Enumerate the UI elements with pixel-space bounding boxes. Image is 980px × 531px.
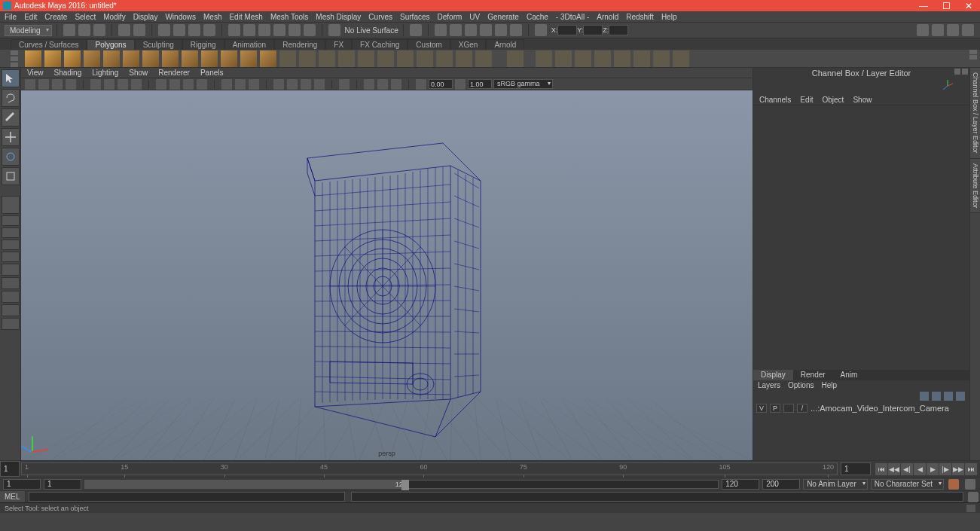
- vp-menu-panels[interactable]: Panels: [200, 69, 224, 77]
- undo-icon[interactable]: [118, 24, 130, 36]
- ipr-icon[interactable]: [450, 24, 462, 36]
- platonic-icon[interactable]: [240, 50, 257, 67]
- menu-3dtoall[interactable]: - 3DtoAll -: [556, 13, 589, 21]
- layer-color-swatch[interactable]: /: [797, 404, 808, 413]
- coord-x-input[interactable]: [557, 25, 577, 35]
- channelbox-popout-icon[interactable]: [954, 69, 960, 75]
- menu-mesh-display[interactable]: Mesh Display: [316, 13, 361, 21]
- next-key-button[interactable]: |▶: [939, 463, 951, 475]
- component-icon[interactable]: [203, 24, 215, 36]
- play-back-button[interactable]: ◀: [914, 463, 926, 475]
- vp-xray-joint-icon[interactable]: [249, 79, 259, 90]
- prev-key-button[interactable]: ◀|: [901, 463, 913, 475]
- status-toggle-icon[interactable]: [966, 505, 975, 512]
- bridge-icon[interactable]: [377, 50, 394, 67]
- shelf-scroll-up-icon[interactable]: [969, 50, 977, 54]
- shelf-scroll-down-icon[interactable]: [969, 55, 977, 60]
- workspace-icon-1[interactable]: [917, 24, 929, 36]
- timeline-current-frame[interactable]: 1: [841, 462, 871, 475]
- vp-isolate-icon[interactable]: [221, 79, 232, 90]
- layout-blank-button[interactable]: [2, 318, 20, 330]
- vp-bookmark-icon[interactable]: [52, 79, 63, 90]
- range-slider-track[interactable]: 120: [84, 480, 719, 489]
- layer-new-selected-icon[interactable]: [956, 392, 965, 401]
- shelf-toggle-icon[interactable]: [11, 50, 20, 68]
- layer-tab-display[interactable]: Display: [753, 370, 793, 380]
- vp-dof-icon[interactable]: [314, 79, 325, 90]
- paint-tool-button[interactable]: [2, 108, 20, 127]
- menu-help[interactable]: Help: [661, 13, 677, 21]
- vp-expose-icon[interactable]: [339, 79, 350, 90]
- script-lang-dropdown[interactable]: MEL: [0, 491, 26, 502]
- collapse-icon[interactable]: [475, 50, 492, 67]
- vp-menu-lighting[interactable]: Lighting: [92, 69, 118, 77]
- menu-arnold[interactable]: Arnold: [597, 13, 618, 21]
- shelf-tab-sculpting[interactable]: Sculpting: [135, 39, 182, 50]
- vp-exposure-icon[interactable]: [416, 79, 426, 90]
- planar-icon[interactable]: [633, 50, 650, 67]
- pipe-icon[interactable]: [182, 50, 198, 67]
- vp-reset-icon[interactable]: [364, 79, 374, 90]
- prefs-icon[interactable]: [965, 479, 975, 490]
- vp-safe-icon[interactable]: [131, 79, 142, 90]
- snap-curve-icon[interactable]: [243, 24, 255, 36]
- vp-film-icon[interactable]: [104, 79, 114, 90]
- vp-gamma-icon[interactable]: [455, 79, 466, 90]
- torus-icon[interactable]: [123, 50, 139, 67]
- script-editor-icon[interactable]: [968, 492, 978, 502]
- range-end-outer-input[interactable]: [762, 479, 800, 490]
- ch-menu-channels[interactable]: Channels: [759, 96, 791, 103]
- snap-view-icon[interactable]: [304, 24, 316, 36]
- coord-y-input[interactable]: [583, 25, 603, 35]
- soccer-icon[interactable]: [221, 50, 237, 67]
- vp-near-input[interactable]: [429, 79, 453, 89]
- vp-menu-shading[interactable]: Shading: [54, 69, 82, 77]
- layer-move-up-icon[interactable]: [920, 392, 929, 401]
- cube-icon[interactable]: [44, 50, 61, 67]
- pyramid-icon[interactable]: [162, 50, 179, 67]
- cylinder-icon[interactable]: [64, 50, 81, 67]
- forward-end-button[interactable]: ⏭: [965, 463, 977, 475]
- redo-icon[interactable]: [133, 24, 145, 36]
- move-tool-button[interactable]: [2, 128, 20, 146]
- maximize-button[interactable]: ☐: [935, 0, 957, 11]
- menu-mesh-tools[interactable]: Mesh Tools: [270, 13, 308, 21]
- shelf-tab-xgen[interactable]: XGen: [450, 39, 487, 50]
- menu-edit-mesh[interactable]: Edit Mesh: [229, 13, 262, 21]
- vp-select-cam-icon[interactable]: [25, 79, 35, 90]
- coord-z-input[interactable]: [609, 25, 628, 35]
- separate-icon[interactable]: [299, 50, 316, 67]
- select-tool-button[interactable]: [2, 69, 20, 87]
- layer-new-empty-icon[interactable]: [944, 392, 953, 401]
- layer-menu-options[interactable]: Options: [788, 381, 814, 390]
- menu-uv[interactable]: UV: [469, 13, 480, 21]
- hypershade-icon[interactable]: [510, 24, 522, 36]
- layout-persp-button[interactable]: [2, 252, 20, 262]
- range-handle[interactable]: [401, 480, 409, 490]
- workspace-icon-3[interactable]: [947, 24, 959, 36]
- shelf-tab-rendering[interactable]: Rendering: [274, 39, 325, 50]
- character-set-dropdown[interactable]: No Character Set: [871, 479, 944, 490]
- shelf-tab-fxcaching[interactable]: FX Caching: [352, 39, 408, 50]
- ch-menu-object[interactable]: Object: [823, 96, 844, 103]
- xyz-toggle-icon[interactable]: [535, 24, 547, 36]
- ch-menu-edit[interactable]: Edit: [800, 96, 813, 103]
- open-scene-icon[interactable]: [78, 24, 90, 36]
- menu-deform[interactable]: Deform: [438, 13, 463, 21]
- snap-live-icon[interactable]: [289, 24, 301, 36]
- shelf-tab-curves[interactable]: Curves / Surfaces: [11, 39, 87, 50]
- shelf-tab-animation[interactable]: Animation: [224, 39, 274, 50]
- workspace-icon-4[interactable]: [962, 24, 974, 36]
- vp-wire-icon[interactable]: [156, 79, 166, 90]
- sphere-icon[interactable]: [25, 50, 41, 67]
- history-icon[interactable]: [410, 24, 422, 36]
- live-surface-icon[interactable]: [328, 24, 340, 36]
- render-globals-icon[interactable]: [495, 24, 507, 36]
- rotate-tool-button[interactable]: [2, 148, 20, 166]
- step-back-button[interactable]: ◀◀: [888, 463, 900, 475]
- channelbox-content[interactable]: [753, 105, 969, 367]
- fill-icon[interactable]: [456, 50, 472, 67]
- smooth-icon[interactable]: [319, 50, 335, 67]
- menu-display[interactable]: Display: [133, 13, 158, 21]
- vp-far-input[interactable]: [468, 79, 492, 89]
